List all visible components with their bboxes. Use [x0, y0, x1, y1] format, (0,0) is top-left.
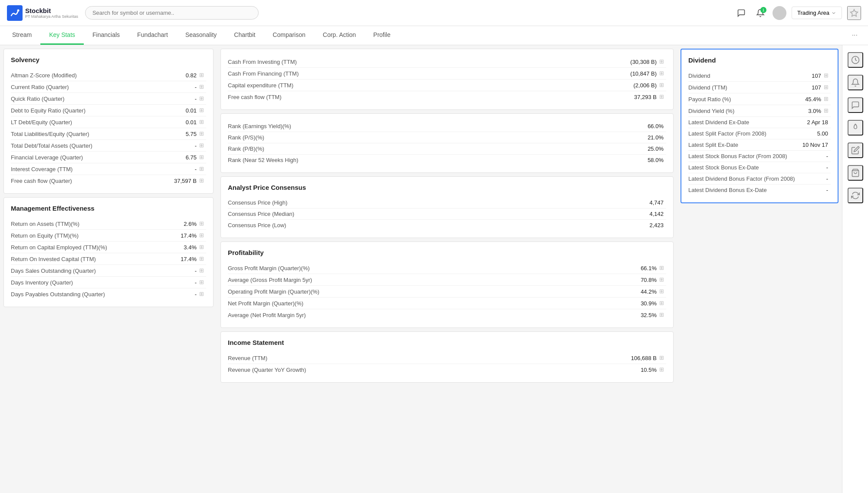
- tab-chartbit[interactable]: Chartbit: [225, 26, 264, 45]
- table-row: Net Profit Margin (Quarter)(%) 30.9% ⊞: [228, 298, 666, 309]
- table-row: Free cash flow (Quarter) 37,597 B ⊞: [11, 175, 206, 186]
- nav-tabs: Stream Key Stats Financials Fundachart S…: [0, 26, 868, 45]
- chart-icon[interactable]: ⊞: [199, 244, 206, 251]
- table-row: Consensus Price (Low) 2,423: [228, 220, 666, 231]
- table-row: Return on Capital Employed (TTM)(%) 3.4%…: [11, 242, 206, 253]
- nav-more-button[interactable]: ···: [845, 26, 865, 45]
- notification-badge: 1: [760, 7, 766, 13]
- chart-icon[interactable]: ⊞: [824, 72, 831, 79]
- solvency-card: Solvency Altman Z-Score (Modified) 0.82 …: [3, 49, 214, 194]
- tab-profile[interactable]: Profile: [365, 26, 399, 45]
- table-row: Gross Profit Margin (Quarter)(%) 66.1% ⊞: [228, 262, 666, 274]
- chart-icon[interactable]: ⊞: [199, 130, 206, 137]
- table-row: Latest Stock Bonus Ex-Date -: [688, 162, 831, 173]
- chart-icon[interactable]: ⊞: [659, 354, 666, 361]
- chart-icon[interactable]: ⊞: [659, 265, 666, 271]
- table-row: Days Inventory (Quarter) - ⊞: [11, 277, 206, 288]
- tab-key-stats[interactable]: Key Stats: [40, 26, 84, 45]
- chart-icon[interactable]: ⊞: [659, 288, 666, 295]
- tab-corp-action[interactable]: Corp. Action: [314, 26, 365, 45]
- trading-area-button[interactable]: Trading Area: [792, 7, 842, 19]
- tab-stream[interactable]: Stream: [3, 26, 40, 45]
- cash-flow-card: Cash From Investing (TTM) (30,308 B) ⊞ C…: [220, 49, 674, 110]
- table-row: Cash From Financing (TTM) (10,847 B) ⊞: [228, 68, 666, 79]
- middle-column: Cash From Investing (TTM) (30,308 B) ⊞ C…: [217, 45, 677, 493]
- table-row: Dividend Yield (%) 3.0% ⊞: [688, 105, 831, 117]
- management-rows: Return on Assets (TTM)(%) 2.6% ⊞ Return …: [11, 218, 206, 300]
- dividend-card: Dividend Dividend 107 ⊞ Dividend (TTM) 1…: [681, 49, 838, 203]
- chart-icon[interactable]: ⊞: [824, 84, 831, 91]
- table-row: Financial Leverage (Quarter) 6.75 ⊞: [11, 152, 206, 163]
- table-row: Rank (P/S)(%) 21.0%: [228, 132, 666, 143]
- logo-text: Stockbit PT Mahakarya Artha Sekuritas: [25, 7, 78, 19]
- chart-icon[interactable]: ⊞: [199, 220, 206, 227]
- chart-icon[interactable]: ⊞: [659, 58, 666, 65]
- table-row: Altman Z-Score (Modified) 0.82 ⊞: [11, 69, 206, 81]
- clock-icon-btn[interactable]: [848, 52, 863, 68]
- chart-icon[interactable]: ⊞: [199, 83, 206, 90]
- tab-comparison[interactable]: Comparison: [264, 26, 314, 45]
- bell-icon-btn[interactable]: [848, 75, 863, 90]
- tab-seasonality[interactable]: Seasonality: [177, 26, 225, 45]
- chart-icon[interactable]: ⊞: [199, 255, 206, 262]
- table-row: Revenue (TTM) 106,688 B ⊞: [228, 352, 666, 364]
- svg-marker-1: [851, 9, 858, 16]
- table-row: Total Debt/Total Assets (Quarter) - ⊞: [11, 140, 206, 152]
- chart-icon[interactable]: ⊞: [659, 366, 666, 373]
- table-row: Dividend 107 ⊞: [688, 70, 831, 82]
- watchlist-star-button[interactable]: [847, 6, 861, 20]
- table-row: Latest Stock Bonus Factor (From 2008) -: [688, 151, 831, 162]
- search-input[interactable]: [85, 6, 259, 20]
- table-row: Latest Dividend Bonus Ex-Date -: [688, 185, 831, 195]
- chart-icon[interactable]: ⊞: [199, 165, 206, 172]
- chart-icon[interactable]: ⊞: [659, 311, 666, 318]
- basket-icon-btn[interactable]: [848, 165, 863, 181]
- chart-icon[interactable]: ⊞: [199, 177, 206, 184]
- notification-icon-btn[interactable]: 1: [753, 6, 767, 20]
- table-row: Return on Assets (TTM)(%) 2.6% ⊞: [11, 218, 206, 230]
- chat-icon-btn[interactable]: [734, 6, 748, 20]
- fire-icon-btn[interactable]: [848, 120, 863, 136]
- chart-icon[interactable]: ⊞: [199, 232, 206, 239]
- chart-icon[interactable]: ⊞: [199, 154, 206, 161]
- table-row: Latest Split Factor (From 2008) 5.00: [688, 128, 831, 139]
- income-statement-card: Income Statement Revenue (TTM) 106,688 B…: [220, 331, 674, 383]
- table-row: Debt to Equity Ratio (Quarter) 0.01 ⊞: [11, 105, 206, 116]
- table-row: Revenue (Quarter YoY Growth) 10.5% ⊞: [228, 364, 666, 375]
- chart-icon[interactable]: ⊞: [199, 107, 206, 114]
- tab-fundachart[interactable]: Fundachart: [128, 26, 177, 45]
- chart-icon[interactable]: ⊞: [199, 95, 206, 102]
- chart-icon[interactable]: ⊞: [824, 107, 831, 114]
- table-row: Current Ratio (Quarter) - ⊞: [11, 81, 206, 93]
- chart-icon[interactable]: ⊞: [824, 96, 831, 103]
- chart-icon[interactable]: ⊞: [659, 93, 666, 100]
- chart-icon[interactable]: ⊞: [199, 142, 206, 149]
- solvency-title: Solvency: [11, 56, 206, 63]
- dividend-rows: Dividend 107 ⊞ Dividend (TTM) 107 ⊞ Payo…: [688, 70, 831, 195]
- chart-icon[interactable]: ⊞: [199, 119, 206, 126]
- chart-icon[interactable]: ⊞: [199, 267, 206, 274]
- analyst-card: Analyst Price Consensus Consensus Price …: [220, 176, 674, 238]
- profitability-title: Profitability: [228, 249, 666, 256]
- chart-icon[interactable]: ⊞: [659, 70, 666, 77]
- analyst-title: Analyst Price Consensus: [228, 184, 666, 191]
- chart-icon[interactable]: ⊞: [199, 279, 206, 286]
- avatar[interactable]: [773, 6, 786, 20]
- chart-icon[interactable]: ⊞: [199, 291, 206, 298]
- chart-icon[interactable]: ⊞: [659, 276, 666, 283]
- table-row: Payout Ratio (%) 45.4% ⊞: [688, 93, 831, 105]
- table-row: Consensus Price (Median) 4,142: [228, 208, 666, 220]
- income-statement-title: Income Statement: [228, 339, 666, 346]
- chart-icon[interactable]: ⊞: [659, 82, 666, 89]
- table-row: Operating Profit Margin (Quarter)(%) 44.…: [228, 286, 666, 298]
- edit-icon-btn[interactable]: [848, 142, 863, 158]
- table-row: LT Debt/Equity (Quarter) 0.01 ⊞: [11, 116, 206, 128]
- table-row: Rank (Earnings Yield)(%) 66.0%: [228, 121, 666, 132]
- chart-icon[interactable]: ⊞: [199, 72, 206, 79]
- chat-sidebar-icon-btn[interactable]: [848, 97, 863, 113]
- tab-financials[interactable]: Financials: [84, 26, 128, 45]
- header-icons: 1 Trading Area: [734, 6, 861, 20]
- refresh-icon-btn[interactable]: [848, 188, 863, 203]
- chart-icon[interactable]: ⊞: [659, 300, 666, 307]
- rank-rows: Rank (Earnings Yield)(%) 66.0% Rank (P/S…: [228, 121, 666, 165]
